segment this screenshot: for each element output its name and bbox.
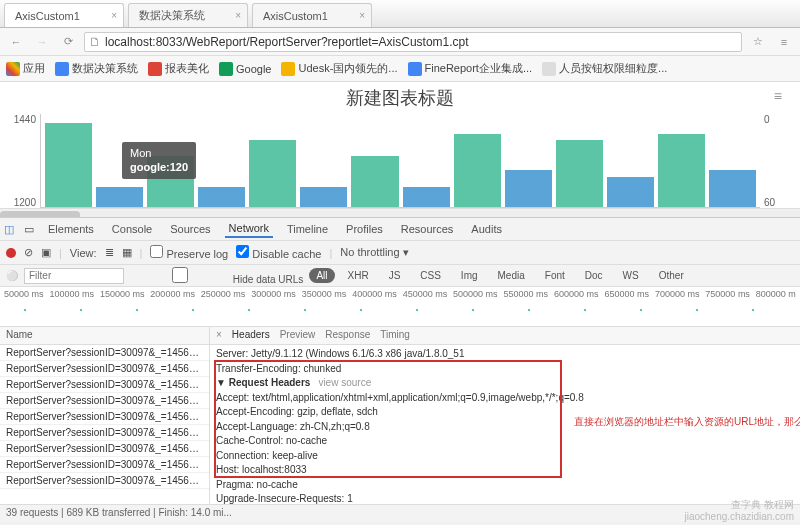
- file-icon: 🗋: [89, 35, 101, 49]
- clear-button[interactable]: ⊘: [24, 246, 33, 259]
- watermark: 查字典 教程网 jiaocheng.chazidian.com: [684, 499, 794, 523]
- tab-timing[interactable]: Timing: [380, 329, 410, 342]
- network-split: Name ReportServer?sessionID=30097&_=1456…: [0, 327, 800, 504]
- filter-js[interactable]: JS: [382, 268, 408, 283]
- filter-ws[interactable]: WS: [616, 268, 646, 283]
- bookmark-item[interactable]: Google: [219, 62, 271, 76]
- panel-elements[interactable]: Elements: [44, 221, 98, 237]
- camera-icon[interactable]: ▣: [41, 246, 51, 259]
- close-icon[interactable]: ×: [235, 10, 241, 21]
- panel-audits[interactable]: Audits: [467, 221, 506, 237]
- tab-1[interactable]: AxisCustom1×: [4, 3, 124, 27]
- tab-headers[interactable]: Headers: [232, 329, 270, 342]
- chart-title: 新建图表标题: [0, 82, 800, 114]
- panel-sources[interactable]: Sources: [166, 221, 214, 237]
- request-row[interactable]: ReportServer?sessionID=30097&_=145611...: [0, 361, 209, 377]
- view-grid-icon[interactable]: ▦: [122, 246, 132, 259]
- tab-preview[interactable]: Preview: [280, 329, 316, 342]
- inspect-icon[interactable]: ◫: [4, 223, 14, 236]
- request-row[interactable]: ReportServer?sessionID=30097&_=145611...: [0, 409, 209, 425]
- bookmark-item[interactable]: 报表美化: [148, 61, 209, 76]
- request-row[interactable]: ReportServer?sessionID=30097&_=145611...: [0, 441, 209, 457]
- filter-font[interactable]: Font: [538, 268, 572, 283]
- network-timeline[interactable]: 50000 ms100000 ms150000 ms200000 ms25000…: [0, 287, 800, 327]
- record-button[interactable]: [6, 248, 16, 258]
- back-button[interactable]: ←: [6, 32, 26, 52]
- request-list: Name ReportServer?sessionID=30097&_=1456…: [0, 327, 210, 504]
- chart-menu-icon[interactable]: ≡: [774, 88, 782, 104]
- devtools-tabs: ◫ ▭ Elements Console Sources Network Tim…: [0, 217, 800, 241]
- bookmark-item[interactable]: FineReport企业集成...: [408, 61, 533, 76]
- panel-timeline[interactable]: Timeline: [283, 221, 332, 237]
- browser-tabs: AxisCustom1× 数据决策系统× AxisCustom1×: [0, 0, 800, 28]
- request-row[interactable]: ReportServer?sessionID=30097&_=145611...: [0, 345, 209, 361]
- close-details-icon[interactable]: ×: [216, 329, 222, 342]
- device-icon[interactable]: ▭: [24, 223, 34, 236]
- network-toolbar: ⊘ ▣ | View: ≣ ▦ | Preserve log Disable c…: [0, 241, 800, 265]
- request-row[interactable]: ReportServer?sessionID=30097&_=145611...: [0, 473, 209, 489]
- filter-img[interactable]: Img: [454, 268, 485, 283]
- reload-button[interactable]: ⟳: [58, 32, 78, 52]
- bookmark-item[interactable]: 人员按钮权限细粒度...: [542, 61, 667, 76]
- forward-button[interactable]: →: [32, 32, 52, 52]
- close-icon[interactable]: ×: [359, 10, 365, 21]
- filter-input[interactable]: [24, 268, 124, 284]
- request-row[interactable]: ReportServer?sessionID=30097&_=145611...: [0, 377, 209, 393]
- bookmark-item[interactable]: 数据决策系统: [55, 61, 138, 76]
- panel-console[interactable]: Console: [108, 221, 156, 237]
- request-details: × Headers Preview Response Timing Server…: [210, 327, 800, 504]
- request-row[interactable]: ReportServer?sessionID=30097&_=145611...: [0, 393, 209, 409]
- annotation-text: 直接在浏览器的地址栏中输入资源的URL地址，那么请求里不包含Referer字段: [574, 415, 800, 429]
- apps-button[interactable]: 应用: [6, 61, 45, 76]
- y-axis-left: 14401200: [8, 114, 36, 208]
- filter-all[interactable]: All: [309, 268, 334, 283]
- request-headers-title[interactable]: ▼ Request Headersview source: [216, 376, 794, 391]
- page-content: 新建图表标题 ≡ 14401200 060 Mongoogle:120: [0, 82, 800, 217]
- filter-media[interactable]: Media: [491, 268, 532, 283]
- tab-2[interactable]: 数据决策系统×: [128, 3, 248, 27]
- preserve-log-checkbox[interactable]: Preserve log: [150, 245, 228, 260]
- tab-3[interactable]: AxisCustom1×: [252, 3, 372, 27]
- view-label: View:: [70, 247, 97, 259]
- filter-other[interactable]: Other: [652, 268, 691, 283]
- panel-profiles[interactable]: Profiles: [342, 221, 387, 237]
- throttling-select[interactable]: No throttling ▾: [340, 246, 408, 259]
- filter-doc[interactable]: Doc: [578, 268, 610, 283]
- filter-bar: ⚪ Hide data URLs All XHR JS CSS Img Medi…: [0, 265, 800, 287]
- panel-resources[interactable]: Resources: [397, 221, 458, 237]
- close-icon[interactable]: ×: [111, 10, 117, 21]
- bookmark-item[interactable]: Udesk-国内领先的...: [281, 61, 397, 76]
- chart-area[interactable]: 14401200 060 Mongoogle:120: [40, 114, 760, 208]
- url-input[interactable]: 🗋localhost:8033/WebReport/ReportServer?r…: [84, 32, 742, 52]
- details-tabs: × Headers Preview Response Timing: [210, 327, 800, 345]
- disable-cache-checkbox[interactable]: Disable cache: [236, 245, 321, 260]
- status-bar: 39 requests | 689 KB transferred | Finis…: [0, 504, 800, 522]
- bookmark-star-icon[interactable]: ☆: [748, 32, 768, 52]
- menu-icon[interactable]: ≡: [774, 32, 794, 52]
- view-list-icon[interactable]: ≣: [105, 246, 114, 259]
- name-column-header[interactable]: Name: [0, 327, 209, 345]
- hide-data-urls-checkbox[interactable]: Hide data URLs: [130, 267, 303, 285]
- horizontal-scrollbar[interactable]: [0, 208, 800, 217]
- request-row[interactable]: ReportServer?sessionID=30097&_=145611...: [0, 425, 209, 441]
- filter-css[interactable]: CSS: [413, 268, 448, 283]
- filter-xhr[interactable]: XHR: [341, 268, 376, 283]
- address-bar: ← → ⟳ 🗋localhost:8033/WebReport/ReportSe…: [0, 28, 800, 56]
- bookmarks-bar: 应用 数据决策系统 报表美化 Google Udesk-国内领先的... Fin…: [0, 56, 800, 82]
- panel-network[interactable]: Network: [225, 220, 273, 238]
- request-row[interactable]: ReportServer?sessionID=30097&_=145611...: [0, 457, 209, 473]
- tab-response[interactable]: Response: [325, 329, 370, 342]
- filter-icon[interactable]: ⚪: [6, 270, 18, 281]
- y-axis-right: 060: [764, 114, 788, 208]
- chart-tooltip: Mongoogle:120: [122, 142, 196, 179]
